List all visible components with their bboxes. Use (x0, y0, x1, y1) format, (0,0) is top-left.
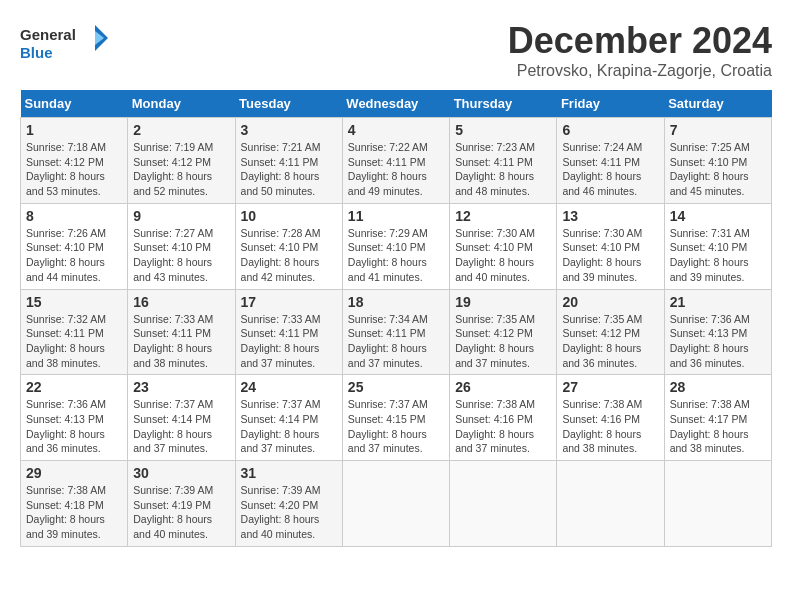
calendar-day-cell: 31Sunrise: 7:39 AM Sunset: 4:20 PM Dayli… (235, 461, 342, 547)
day-number: 26 (455, 379, 551, 395)
day-info: Sunrise: 7:30 AM Sunset: 4:10 PM Dayligh… (455, 226, 551, 285)
calendar-day-cell (450, 461, 557, 547)
calendar-day-cell (342, 461, 449, 547)
day-info: Sunrise: 7:36 AM Sunset: 4:13 PM Dayligh… (26, 397, 122, 456)
day-number: 23 (133, 379, 229, 395)
weekday-header-row: SundayMondayTuesdayWednesdayThursdayFrid… (21, 90, 772, 118)
day-info: Sunrise: 7:36 AM Sunset: 4:13 PM Dayligh… (670, 312, 766, 371)
calendar-day-cell: 8Sunrise: 7:26 AM Sunset: 4:10 PM Daylig… (21, 203, 128, 289)
location-subtitle: Petrovsko, Krapina-Zagorje, Croatia (508, 62, 772, 80)
weekday-header-cell: Thursday (450, 90, 557, 118)
calendar-day-cell: 3Sunrise: 7:21 AM Sunset: 4:11 PM Daylig… (235, 118, 342, 204)
day-number: 17 (241, 294, 337, 310)
day-number: 29 (26, 465, 122, 481)
calendar-day-cell: 15Sunrise: 7:32 AM Sunset: 4:11 PM Dayli… (21, 289, 128, 375)
month-title: December 2024 (508, 20, 772, 62)
title-block: December 2024 Petrovsko, Krapina-Zagorje… (508, 20, 772, 80)
day-info: Sunrise: 7:37 AM Sunset: 4:14 PM Dayligh… (133, 397, 229, 456)
calendar-week-row: 1Sunrise: 7:18 AM Sunset: 4:12 PM Daylig… (21, 118, 772, 204)
day-number: 9 (133, 208, 229, 224)
calendar-day-cell: 20Sunrise: 7:35 AM Sunset: 4:12 PM Dayli… (557, 289, 664, 375)
day-number: 11 (348, 208, 444, 224)
calendar-week-row: 8Sunrise: 7:26 AM Sunset: 4:10 PM Daylig… (21, 203, 772, 289)
day-info: Sunrise: 7:31 AM Sunset: 4:10 PM Dayligh… (670, 226, 766, 285)
day-number: 19 (455, 294, 551, 310)
day-info: Sunrise: 7:33 AM Sunset: 4:11 PM Dayligh… (241, 312, 337, 371)
day-info: Sunrise: 7:38 AM Sunset: 4:16 PM Dayligh… (455, 397, 551, 456)
day-info: Sunrise: 7:34 AM Sunset: 4:11 PM Dayligh… (348, 312, 444, 371)
day-number: 18 (348, 294, 444, 310)
calendar-day-cell: 25Sunrise: 7:37 AM Sunset: 4:15 PM Dayli… (342, 375, 449, 461)
day-number: 27 (562, 379, 658, 395)
day-info: Sunrise: 7:21 AM Sunset: 4:11 PM Dayligh… (241, 140, 337, 199)
day-number: 20 (562, 294, 658, 310)
day-number: 28 (670, 379, 766, 395)
calendar-day-cell: 18Sunrise: 7:34 AM Sunset: 4:11 PM Dayli… (342, 289, 449, 375)
day-number: 30 (133, 465, 229, 481)
day-number: 7 (670, 122, 766, 138)
calendar-day-cell: 11Sunrise: 7:29 AM Sunset: 4:10 PM Dayli… (342, 203, 449, 289)
weekday-header-cell: Saturday (664, 90, 771, 118)
calendar-day-cell: 14Sunrise: 7:31 AM Sunset: 4:10 PM Dayli… (664, 203, 771, 289)
svg-text:Blue: Blue (20, 44, 53, 61)
day-number: 13 (562, 208, 658, 224)
day-info: Sunrise: 7:27 AM Sunset: 4:10 PM Dayligh… (133, 226, 229, 285)
day-info: Sunrise: 7:35 AM Sunset: 4:12 PM Dayligh… (455, 312, 551, 371)
calendar-day-cell: 4Sunrise: 7:22 AM Sunset: 4:11 PM Daylig… (342, 118, 449, 204)
calendar-body: 1Sunrise: 7:18 AM Sunset: 4:12 PM Daylig… (21, 118, 772, 547)
day-info: Sunrise: 7:18 AM Sunset: 4:12 PM Dayligh… (26, 140, 122, 199)
calendar-day-cell: 1Sunrise: 7:18 AM Sunset: 4:12 PM Daylig… (21, 118, 128, 204)
day-info: Sunrise: 7:26 AM Sunset: 4:10 PM Dayligh… (26, 226, 122, 285)
calendar-day-cell: 2Sunrise: 7:19 AM Sunset: 4:12 PM Daylig… (128, 118, 235, 204)
calendar-day-cell: 9Sunrise: 7:27 AM Sunset: 4:10 PM Daylig… (128, 203, 235, 289)
calendar-day-cell: 30Sunrise: 7:39 AM Sunset: 4:19 PM Dayli… (128, 461, 235, 547)
day-info: Sunrise: 7:23 AM Sunset: 4:11 PM Dayligh… (455, 140, 551, 199)
calendar-week-row: 29Sunrise: 7:38 AM Sunset: 4:18 PM Dayli… (21, 461, 772, 547)
day-info: Sunrise: 7:22 AM Sunset: 4:11 PM Dayligh… (348, 140, 444, 199)
calendar-day-cell: 12Sunrise: 7:30 AM Sunset: 4:10 PM Dayli… (450, 203, 557, 289)
calendar-day-cell: 21Sunrise: 7:36 AM Sunset: 4:13 PM Dayli… (664, 289, 771, 375)
calendar-day-cell: 6Sunrise: 7:24 AM Sunset: 4:11 PM Daylig… (557, 118, 664, 204)
weekday-header-cell: Wednesday (342, 90, 449, 118)
calendar-day-cell: 24Sunrise: 7:37 AM Sunset: 4:14 PM Dayli… (235, 375, 342, 461)
day-number: 31 (241, 465, 337, 481)
day-info: Sunrise: 7:37 AM Sunset: 4:15 PM Dayligh… (348, 397, 444, 456)
calendar-day-cell: 28Sunrise: 7:38 AM Sunset: 4:17 PM Dayli… (664, 375, 771, 461)
weekday-header-cell: Sunday (21, 90, 128, 118)
day-number: 25 (348, 379, 444, 395)
calendar-day-cell: 19Sunrise: 7:35 AM Sunset: 4:12 PM Dayli… (450, 289, 557, 375)
day-info: Sunrise: 7:32 AM Sunset: 4:11 PM Dayligh… (26, 312, 122, 371)
weekday-header-cell: Friday (557, 90, 664, 118)
day-info: Sunrise: 7:25 AM Sunset: 4:10 PM Dayligh… (670, 140, 766, 199)
calendar-day-cell: 22Sunrise: 7:36 AM Sunset: 4:13 PM Dayli… (21, 375, 128, 461)
day-number: 1 (26, 122, 122, 138)
calendar-day-cell: 16Sunrise: 7:33 AM Sunset: 4:11 PM Dayli… (128, 289, 235, 375)
day-info: Sunrise: 7:30 AM Sunset: 4:10 PM Dayligh… (562, 226, 658, 285)
page-header: General Blue December 2024 Petrovsko, Kr… (20, 20, 772, 80)
day-number: 8 (26, 208, 122, 224)
calendar-day-cell: 7Sunrise: 7:25 AM Sunset: 4:10 PM Daylig… (664, 118, 771, 204)
day-number: 5 (455, 122, 551, 138)
day-number: 6 (562, 122, 658, 138)
calendar-day-cell (557, 461, 664, 547)
day-number: 22 (26, 379, 122, 395)
day-number: 21 (670, 294, 766, 310)
calendar-day-cell: 23Sunrise: 7:37 AM Sunset: 4:14 PM Dayli… (128, 375, 235, 461)
day-number: 3 (241, 122, 337, 138)
day-info: Sunrise: 7:33 AM Sunset: 4:11 PM Dayligh… (133, 312, 229, 371)
day-info: Sunrise: 7:29 AM Sunset: 4:10 PM Dayligh… (348, 226, 444, 285)
calendar-day-cell: 10Sunrise: 7:28 AM Sunset: 4:10 PM Dayli… (235, 203, 342, 289)
svg-text:General: General (20, 26, 76, 43)
calendar-table: SundayMondayTuesdayWednesdayThursdayFrid… (20, 90, 772, 547)
day-info: Sunrise: 7:38 AM Sunset: 4:16 PM Dayligh… (562, 397, 658, 456)
day-number: 24 (241, 379, 337, 395)
calendar-day-cell: 29Sunrise: 7:38 AM Sunset: 4:18 PM Dayli… (21, 461, 128, 547)
day-number: 10 (241, 208, 337, 224)
calendar-day-cell: 26Sunrise: 7:38 AM Sunset: 4:16 PM Dayli… (450, 375, 557, 461)
weekday-header-cell: Monday (128, 90, 235, 118)
day-info: Sunrise: 7:39 AM Sunset: 4:19 PM Dayligh… (133, 483, 229, 542)
calendar-day-cell: 13Sunrise: 7:30 AM Sunset: 4:10 PM Dayli… (557, 203, 664, 289)
day-info: Sunrise: 7:19 AM Sunset: 4:12 PM Dayligh… (133, 140, 229, 199)
calendar-day-cell: 17Sunrise: 7:33 AM Sunset: 4:11 PM Dayli… (235, 289, 342, 375)
day-number: 12 (455, 208, 551, 224)
